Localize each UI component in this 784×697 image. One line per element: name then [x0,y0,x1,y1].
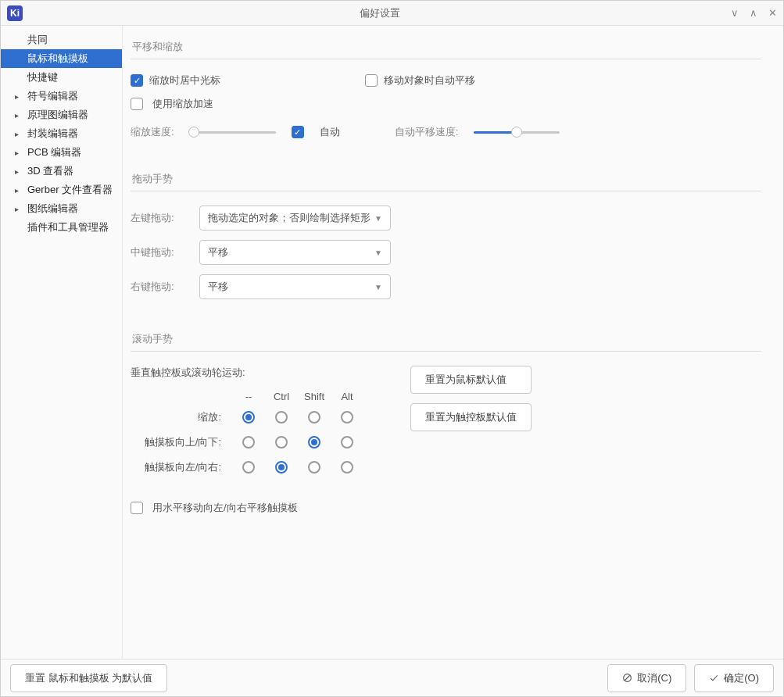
scroll-radio[interactable] [275,461,288,474]
scroll-radio[interactable] [308,411,320,424]
minimize-icon[interactable]: ∨ [731,7,739,19]
autopan-on-move-label: 移动对象时自动平移 [384,73,475,88]
drag-right-row: 右键拖动: 平移 ▼ [131,274,761,299]
autopan-speed-label: 自动平移速度: [395,125,459,139]
sidebar-item-label: 共同 [24,31,51,48]
preferences-window: Ki 偏好设置 ∨ ∧ ✕ 共同鼠标和触摸板快捷键▸符号编辑器▸原理图编辑器▸封… [0,0,784,697]
horiz-pan-checkbox[interactable] [131,502,143,514]
scroll-body: 垂直触控板或滚动轮运动: --CtrlShiftAlt缩放:触摸板向上/向下:触… [131,366,761,485]
ok-button[interactable]: 确定(O) [694,664,774,692]
cancel-icon [622,673,632,683]
scroll-radio[interactable] [275,436,288,449]
chevron-down-icon: ▼ [374,248,382,257]
panzoom-row1: ✓ 缩放时居中光标 移动对象时自动平移 [131,73,761,88]
scroll-table-row: 触摸板向左/向右: [131,460,363,474]
sidebar-item-label: 符号编辑器 [24,88,81,105]
sidebar-item-label: 图纸编辑器 [24,200,81,217]
scroll-radio[interactable] [341,461,353,474]
scroll-table: --CtrlShiftAlt缩放:触摸板向上/向下:触摸板向左/向右: [131,391,363,474]
drag-middle-dropdown[interactable]: 平移 ▼ [199,240,391,265]
window-title: 偏好设置 [29,6,731,20]
sidebar-item[interactable]: ▸图纸编辑器 [1,199,122,218]
zoom-auto-label: 自动 [320,125,340,139]
sidebar-item[interactable]: 鼠标和触摸板 [1,49,122,68]
scroll-table-header: --CtrlShiftAlt [131,391,363,402]
sidebar-item[interactable]: ▸3D 查看器 [1,162,122,181]
expand-icon: ▸ [12,92,21,101]
zoom-auto-checkbox[interactable]: ✓ [292,126,304,138]
drag-right-value: 平移 [208,280,228,294]
reset-trackpad-button[interactable]: 重置为触控板默认值 [410,403,532,431]
center-cursor-checkbox[interactable]: ✓ [131,74,143,87]
scroll-section-title: 滚动手势 [131,332,761,346]
drag-left-label: 左键拖动: [131,211,185,225]
panzoom-section-title: 平移和缩放 [131,40,761,54]
zoom-accel-checkbox[interactable] [131,98,143,110]
horiz-pan-row: 用水平移动向左/向右平移触摸板 [131,501,761,515]
scroll-radio[interactable] [242,436,255,449]
sidebar-item[interactable]: 共同 [1,30,122,49]
scroll-left: 垂直触控板或滚动轮运动: --CtrlShiftAlt缩放:触摸板向上/向下:触… [131,366,363,485]
drag-middle-row: 中键拖动: 平移 ▼ [131,240,761,265]
svg-line-1 [625,675,630,681]
expand-icon: ▸ [12,205,21,213]
scroll-row-label: 缩放: [198,410,232,424]
body: 共同鼠标和触摸板快捷键▸符号编辑器▸原理图编辑器▸封装编辑器▸PCB 编辑器▸3… [1,26,783,659]
autopan-speed-slider[interactable] [474,126,560,138]
reset-defaults-button[interactable]: 重置 鼠标和触摸板 为默认值 [10,664,167,692]
expand-icon: ▸ [12,167,21,176]
chevron-down-icon: ▼ [374,283,382,291]
sidebar-item[interactable]: 快捷键 [1,68,122,87]
sidebar-item[interactable]: ▸原理图编辑器 [1,105,122,124]
reset-mouse-button[interactable]: 重置为鼠标默认值 [410,366,532,394]
separator [131,351,761,352]
close-icon[interactable]: ✕ [768,7,777,19]
scroll-col-header: -- [245,391,252,402]
scroll-radio[interactable] [341,411,353,424]
drag-middle-label: 中键拖动: [131,245,185,259]
zoom-speed-label: 缩放速度: [131,125,174,139]
sidebar-item-label: 3D 查看器 [24,163,77,180]
scroll-col-header: Shift [304,391,324,402]
autopan-on-move-checkbox[interactable] [365,74,378,87]
check-icon [709,673,719,683]
drag-left-dropdown[interactable]: 拖动选定的对象；否则绘制选择矩形 ▼ [199,206,391,231]
sidebar-item-label: 鼠标和触摸板 [24,50,91,67]
zoom-speed-slider[interactable] [190,126,276,138]
expand-icon: ▸ [12,130,21,138]
sidebar-item[interactable]: 插件和工具管理器 [1,218,122,237]
expand-icon: ▸ [12,186,21,195]
drag-right-label: 右键拖动: [131,280,185,294]
drag-section-title: 拖动手势 [131,172,761,186]
center-cursor-label: 缩放时居中光标 [149,73,220,88]
scroll-radio[interactable] [341,436,353,449]
sidebar-item[interactable]: ▸PCB 编辑器 [1,143,122,162]
sidebar-item[interactable]: ▸符号编辑器 [1,87,122,105]
sidebar-item-label: 快捷键 [24,69,61,86]
zoom-accel-label: 使用缩放加速 [152,97,213,111]
cancel-button[interactable]: 取消(C) [607,664,686,692]
separator [131,59,761,59]
drag-left-value: 拖动选定的对象；否则绘制选择矩形 [208,211,371,225]
chevron-down-icon: ▼ [374,214,382,223]
sidebar-item-label: 封装编辑器 [24,125,81,142]
scroll-radio[interactable] [308,436,320,449]
sidebar-item[interactable]: ▸封装编辑器 [1,124,122,143]
sidebar-item-label: Gerber 文件查看器 [24,181,116,198]
sidebar-item[interactable]: ▸Gerber 文件查看器 [1,181,122,199]
drag-right-dropdown[interactable]: 平移 ▼ [199,274,391,299]
maximize-icon[interactable]: ∧ [750,7,757,19]
panzoom-row2: 使用缩放加速 [131,97,761,111]
scroll-table-row: 缩放: [131,410,363,424]
sidebar-item-label: PCB 编辑器 [24,144,84,161]
scroll-subtitle: 垂直触控板或滚动轮运动: [131,366,363,380]
scroll-radio[interactable] [308,461,320,474]
content: 平移和缩放 ✓ 缩放时居中光标 移动对象时自动平移 使用缩放加速 缩放速度: [123,26,783,659]
separator [131,191,761,191]
scroll-radio[interactable] [275,411,288,424]
scroll-table-row: 触摸板向上/向下: [131,435,363,449]
sidebar: 共同鼠标和触摸板快捷键▸符号编辑器▸原理图编辑器▸封装编辑器▸PCB 编辑器▸3… [1,26,123,659]
scroll-radio[interactable] [242,411,255,424]
scroll-col-header: Alt [341,391,353,402]
scroll-radio[interactable] [242,461,255,474]
